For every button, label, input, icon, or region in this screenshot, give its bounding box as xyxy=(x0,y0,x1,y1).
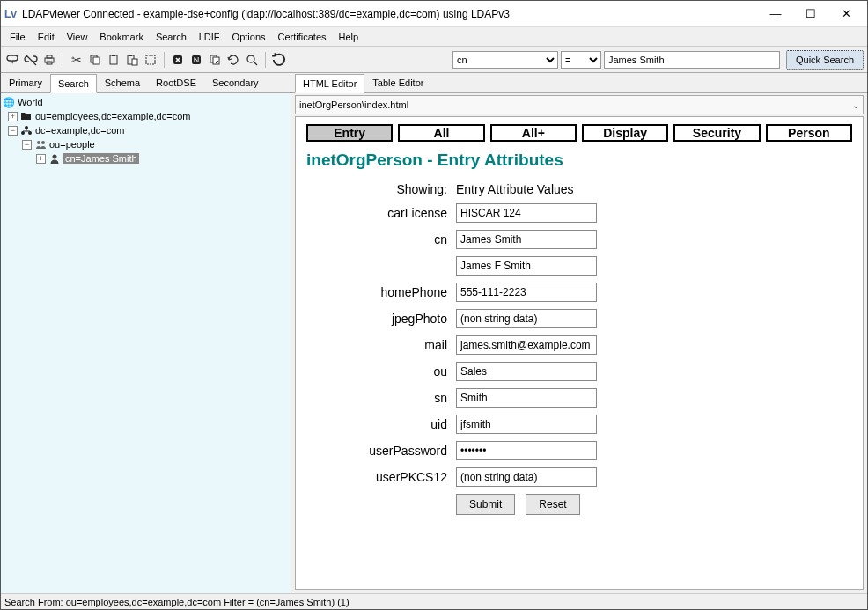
tree-node-people[interactable]: − ou=people xyxy=(3,137,289,151)
left-tabs: Primary Search Schema RootDSE Secondary xyxy=(1,73,291,93)
minimize-button[interactable]: — xyxy=(758,2,793,26)
connect-icon[interactable] xyxy=(4,52,20,68)
input-cn-1[interactable] xyxy=(456,230,597,249)
print-icon[interactable] xyxy=(41,52,57,68)
copy-dn-icon[interactable] xyxy=(207,52,223,68)
svg-rect-6 xyxy=(112,55,115,56)
menu-view[interactable]: View xyxy=(62,30,93,44)
input-userpassword[interactable] xyxy=(456,441,597,460)
paste-special-icon[interactable] xyxy=(124,52,140,68)
search-attr-select[interactable]: cn xyxy=(452,51,558,69)
path-dropdown[interactable]: inetOrgPerson\index.html ⌄ xyxy=(295,95,864,114)
delete-icon[interactable] xyxy=(170,52,186,68)
copy-icon[interactable] xyxy=(87,52,103,68)
new-entry-icon[interactable]: N xyxy=(188,52,204,68)
refresh-icon[interactable] xyxy=(225,52,241,68)
paste-icon[interactable] xyxy=(106,52,121,68)
label-homephone: homePhone xyxy=(306,285,456,299)
tab-search[interactable]: Search xyxy=(50,74,97,93)
person-button[interactable]: Person xyxy=(766,124,852,142)
input-jpegphoto[interactable] xyxy=(456,309,597,328)
display-button[interactable]: Display xyxy=(582,124,668,142)
tree-node-world[interactable]: 🌐 World xyxy=(3,95,289,109)
statusbar: Search From: ou=employees,dc=example,dc=… xyxy=(1,593,867,609)
input-userpkcs12[interactable] xyxy=(456,467,597,487)
disconnect-icon[interactable] xyxy=(23,52,39,68)
expand-icon[interactable]: + xyxy=(36,154,46,164)
content-area: Entry All All+ Display Security Person i… xyxy=(295,116,864,590)
right-pane: HTML Editor Table Editor inetOrgPerson\i… xyxy=(291,73,867,593)
svg-rect-1 xyxy=(47,55,52,58)
menubar: File Edit View Bookmark Search LDIF Opti… xyxy=(1,27,867,47)
left-pane: Primary Search Schema RootDSE Secondary … xyxy=(1,73,291,593)
all-button[interactable]: All xyxy=(398,124,484,142)
label-userpassword: userPassword xyxy=(306,444,456,458)
maximize-button[interactable]: ☐ xyxy=(793,2,828,26)
input-cn-2[interactable] xyxy=(456,256,597,276)
globe-icon: 🌐 xyxy=(3,96,15,108)
close-button[interactable]: ✕ xyxy=(828,2,864,26)
tab-schema[interactable]: Schema xyxy=(97,73,148,92)
quick-search-button[interactable]: Quick Search xyxy=(786,50,864,70)
svg-rect-9 xyxy=(132,59,137,65)
tree[interactable]: 🌐 World + ou=employees,dc=example,dc=com… xyxy=(1,93,291,593)
select-icon[interactable] xyxy=(143,52,158,68)
label-uid: uid xyxy=(306,417,456,431)
security-button[interactable]: Security xyxy=(673,124,760,142)
input-sn[interactable] xyxy=(456,388,597,408)
svg-point-22 xyxy=(53,155,57,159)
entry-button[interactable]: Entry xyxy=(306,124,393,142)
label-cn: cn xyxy=(306,232,456,246)
menu-certificates[interactable]: Certificates xyxy=(273,30,332,44)
right-tabs: HTML Editor Table Editor xyxy=(291,73,867,93)
tree-node-employees[interactable]: + ou=employees,dc=example,dc=com xyxy=(3,109,289,123)
collapse-icon[interactable]: − xyxy=(22,140,32,150)
label-carlicense: carLicense xyxy=(306,206,456,220)
toolbar-sep xyxy=(63,52,63,68)
showing-value: Entry Attribute Values xyxy=(456,182,574,196)
reset-button[interactable]: Reset xyxy=(526,494,579,515)
svg-point-18 xyxy=(21,131,25,135)
menu-ldif[interactable]: LDIF xyxy=(194,30,225,44)
search-op-select[interactable]: = xyxy=(561,51,601,69)
svg-point-21 xyxy=(41,141,45,144)
svg-point-17 xyxy=(25,126,28,129)
tree-node-james-smith[interactable]: + cn=James Smith xyxy=(3,151,289,165)
input-homephone[interactable] xyxy=(456,283,597,302)
menu-bookmark[interactable]: Bookmark xyxy=(94,30,149,44)
svg-rect-5 xyxy=(110,55,117,64)
collapse-icon[interactable]: − xyxy=(8,126,18,136)
tab-table-editor[interactable]: Table Editor xyxy=(364,73,431,92)
menu-edit[interactable]: Edit xyxy=(33,30,60,44)
tab-secondary[interactable]: Secondary xyxy=(204,73,267,92)
expand-icon[interactable]: + xyxy=(8,112,18,121)
toolbar-sep xyxy=(164,52,165,68)
input-carlicense[interactable] xyxy=(456,203,597,223)
input-ou[interactable] xyxy=(456,362,597,381)
cut-icon[interactable]: ✂ xyxy=(69,52,85,68)
page-heading: inetOrgPerson - Entry Attributes xyxy=(306,151,852,170)
svg-text:N: N xyxy=(194,55,200,64)
tab-primary[interactable]: Primary xyxy=(1,73,50,92)
status-text: Search From: ou=employees,dc=example,dc=… xyxy=(4,597,349,607)
tree-node-example[interactable]: − dc=example,dc=com xyxy=(3,123,289,137)
submit-button[interactable]: Submit xyxy=(456,494,515,515)
menu-options[interactable]: Options xyxy=(227,30,271,44)
search-value-input[interactable] xyxy=(604,51,780,69)
input-uid[interactable] xyxy=(456,415,597,434)
input-mail[interactable] xyxy=(456,335,597,355)
search-icon[interactable] xyxy=(244,52,260,68)
tab-html-editor[interactable]: HTML Editor xyxy=(295,74,364,93)
menu-file[interactable]: File xyxy=(4,30,31,44)
folder-icon xyxy=(20,110,33,122)
menu-help[interactable]: Help xyxy=(334,30,364,44)
app-window: Lv LDAPviewer Connected - example-dse+co… xyxy=(0,0,868,610)
tab-rootdse[interactable]: RootDSE xyxy=(148,73,204,92)
reload-icon[interactable] xyxy=(271,52,287,68)
app-icon: Lv xyxy=(4,8,22,20)
all-plus-button[interactable]: All+ xyxy=(490,124,577,142)
toolbar-sep xyxy=(265,52,266,68)
svg-rect-4 xyxy=(93,57,99,64)
menu-search[interactable]: Search xyxy=(151,30,192,44)
label-jpegphoto: jpegPhoto xyxy=(306,312,456,326)
